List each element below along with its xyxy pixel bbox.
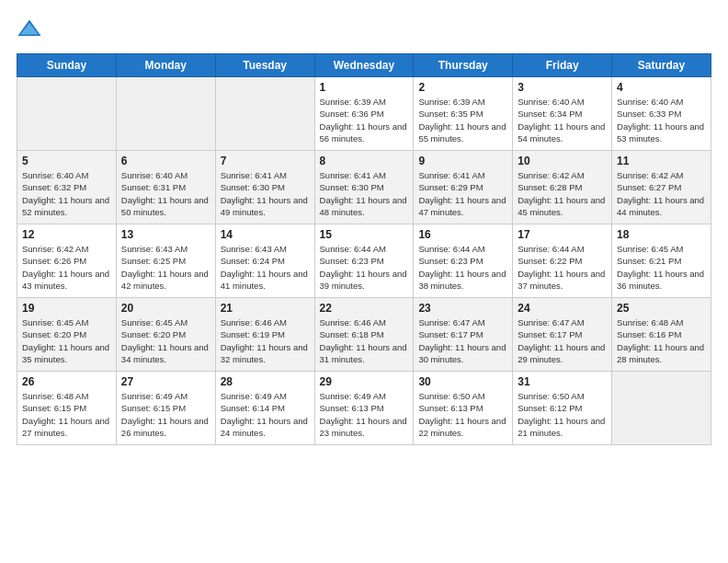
- week-row-3: 12Sunrise: 6:42 AM Sunset: 6:26 PM Dayli…: [17, 224, 711, 298]
- day-info: Sunrise: 6:45 AM Sunset: 6:20 PM Dayligh…: [22, 316, 111, 365]
- day-info: Sunrise: 6:49 AM Sunset: 6:15 PM Dayligh…: [121, 390, 210, 439]
- day-number: 24: [518, 302, 607, 315]
- day-info: Sunrise: 6:40 AM Sunset: 6:32 PM Dayligh…: [22, 169, 111, 218]
- day-info: Sunrise: 6:46 AM Sunset: 6:18 PM Dayligh…: [320, 316, 409, 365]
- day-header-saturday: Saturday: [612, 54, 711, 77]
- day-header-sunday: Sunday: [17, 54, 117, 77]
- calendar-cell: 18Sunrise: 6:45 AM Sunset: 6:21 PM Dayli…: [612, 224, 711, 298]
- day-header-friday: Friday: [513, 54, 612, 77]
- calendar-cell: 7Sunrise: 6:41 AM Sunset: 6:30 PM Daylig…: [215, 151, 314, 224]
- calendar-cell: 28Sunrise: 6:49 AM Sunset: 6:14 PM Dayli…: [215, 372, 314, 445]
- day-number: 27: [121, 375, 210, 388]
- calendar-cell: [116, 77, 215, 151]
- day-number: 30: [418, 375, 507, 388]
- calendar-cell: 14Sunrise: 6:43 AM Sunset: 6:24 PM Dayli…: [215, 224, 314, 298]
- day-number: 7: [221, 155, 310, 167]
- day-number: 19: [22, 302, 111, 315]
- week-row-2: 5Sunrise: 6:40 AM Sunset: 6:32 PM Daylig…: [17, 151, 711, 224]
- day-number: 25: [617, 302, 706, 315]
- day-info: Sunrise: 6:39 AM Sunset: 6:35 PM Dayligh…: [418, 96, 507, 144]
- calendar-cell: 31Sunrise: 6:50 AM Sunset: 6:12 PM Dayli…: [513, 372, 612, 445]
- calendar-cell: 6Sunrise: 6:40 AM Sunset: 6:31 PM Daylig…: [116, 151, 215, 224]
- calendar-cell: 30Sunrise: 6:50 AM Sunset: 6:13 PM Dayli…: [414, 372, 513, 445]
- logo-icon: [17, 17, 42, 42]
- day-number: 23: [418, 302, 507, 315]
- day-info: Sunrise: 6:50 AM Sunset: 6:13 PM Dayligh…: [418, 390, 507, 439]
- day-info: Sunrise: 6:49 AM Sunset: 6:14 PM Dayligh…: [221, 390, 310, 439]
- calendar-cell: 10Sunrise: 6:42 AM Sunset: 6:28 PM Dayli…: [513, 151, 612, 224]
- day-info: Sunrise: 6:45 AM Sunset: 6:21 PM Dayligh…: [617, 243, 706, 292]
- calendar-cell: 15Sunrise: 6:44 AM Sunset: 6:23 PM Dayli…: [314, 224, 414, 298]
- day-number: 26: [22, 375, 111, 388]
- calendar-cell: 26Sunrise: 6:48 AM Sunset: 6:15 PM Dayli…: [17, 372, 117, 445]
- day-info: Sunrise: 6:44 AM Sunset: 6:23 PM Dayligh…: [320, 243, 409, 292]
- day-number: 31: [518, 375, 607, 388]
- day-info: Sunrise: 6:41 AM Sunset: 6:30 PM Dayligh…: [221, 169, 310, 218]
- day-info: Sunrise: 6:40 AM Sunset: 6:34 PM Dayligh…: [518, 96, 607, 144]
- day-number: 15: [320, 228, 409, 241]
- calendar-cell: 17Sunrise: 6:44 AM Sunset: 6:22 PM Dayli…: [513, 224, 612, 298]
- day-info: Sunrise: 6:48 AM Sunset: 6:16 PM Dayligh…: [617, 316, 706, 365]
- day-header-wednesday: Wednesday: [314, 54, 414, 77]
- day-number: 1: [320, 81, 409, 94]
- day-info: Sunrise: 6:42 AM Sunset: 6:28 PM Dayligh…: [518, 169, 607, 218]
- calendar-cell: 16Sunrise: 6:44 AM Sunset: 6:23 PM Dayli…: [414, 224, 513, 298]
- day-info: Sunrise: 6:39 AM Sunset: 6:36 PM Dayligh…: [320, 96, 409, 144]
- logo: [17, 17, 46, 42]
- day-number: 21: [221, 302, 310, 315]
- day-number: 14: [221, 228, 310, 241]
- calendar-cell: 20Sunrise: 6:45 AM Sunset: 6:20 PM Dayli…: [116, 298, 215, 372]
- calendar-cell: 12Sunrise: 6:42 AM Sunset: 6:26 PM Dayli…: [17, 224, 117, 298]
- day-info: Sunrise: 6:42 AM Sunset: 6:27 PM Dayligh…: [617, 169, 706, 218]
- day-number: 11: [617, 155, 706, 167]
- day-info: Sunrise: 6:43 AM Sunset: 6:25 PM Dayligh…: [121, 243, 210, 292]
- day-info: Sunrise: 6:41 AM Sunset: 6:30 PM Dayligh…: [320, 169, 409, 218]
- day-header-monday: Monday: [116, 54, 215, 77]
- day-info: Sunrise: 6:47 AM Sunset: 6:17 PM Dayligh…: [418, 316, 507, 365]
- calendar-cell: 2Sunrise: 6:39 AM Sunset: 6:35 PM Daylig…: [414, 77, 513, 151]
- day-number: 10: [518, 155, 607, 167]
- day-number: 29: [320, 375, 409, 388]
- day-number: 18: [617, 228, 706, 241]
- calendar-cell: 3Sunrise: 6:40 AM Sunset: 6:34 PM Daylig…: [513, 77, 612, 151]
- day-info: Sunrise: 6:47 AM Sunset: 6:17 PM Dayligh…: [518, 316, 607, 365]
- day-number: 28: [221, 375, 310, 388]
- day-info: Sunrise: 6:40 AM Sunset: 6:33 PM Dayligh…: [617, 96, 706, 144]
- calendar-cell: 22Sunrise: 6:46 AM Sunset: 6:18 PM Dayli…: [314, 298, 414, 372]
- week-row-4: 19Sunrise: 6:45 AM Sunset: 6:20 PM Dayli…: [17, 298, 711, 372]
- day-number: 8: [320, 155, 409, 167]
- calendar-cell: 27Sunrise: 6:49 AM Sunset: 6:15 PM Dayli…: [116, 372, 215, 445]
- calendar-cell: 11Sunrise: 6:42 AM Sunset: 6:27 PM Dayli…: [612, 151, 711, 224]
- day-info: Sunrise: 6:48 AM Sunset: 6:15 PM Dayligh…: [22, 390, 111, 439]
- day-header-tuesday: Tuesday: [215, 54, 314, 77]
- day-info: Sunrise: 6:45 AM Sunset: 6:20 PM Dayligh…: [121, 316, 210, 365]
- day-number: 13: [121, 228, 210, 241]
- day-info: Sunrise: 6:49 AM Sunset: 6:13 PM Dayligh…: [320, 390, 409, 439]
- calendar-cell: 21Sunrise: 6:46 AM Sunset: 6:19 PM Dayli…: [215, 298, 314, 372]
- calendar-cell: [17, 77, 117, 151]
- day-number: 17: [518, 228, 607, 241]
- day-info: Sunrise: 6:41 AM Sunset: 6:29 PM Dayligh…: [418, 169, 507, 218]
- day-info: Sunrise: 6:42 AM Sunset: 6:26 PM Dayligh…: [22, 243, 111, 292]
- calendar-cell: 4Sunrise: 6:40 AM Sunset: 6:33 PM Daylig…: [612, 77, 711, 151]
- calendar-cell: 1Sunrise: 6:39 AM Sunset: 6:36 PM Daylig…: [314, 77, 414, 151]
- day-number: 16: [418, 228, 507, 241]
- calendar-cell: 29Sunrise: 6:49 AM Sunset: 6:13 PM Dayli…: [314, 372, 414, 445]
- day-info: Sunrise: 6:44 AM Sunset: 6:22 PM Dayligh…: [518, 243, 607, 292]
- calendar-cell: [215, 77, 314, 151]
- day-number: 2: [418, 81, 507, 94]
- day-info: Sunrise: 6:44 AM Sunset: 6:23 PM Dayligh…: [418, 243, 507, 292]
- day-info: Sunrise: 6:46 AM Sunset: 6:19 PM Dayligh…: [221, 316, 310, 365]
- day-number: 3: [518, 81, 607, 94]
- day-number: 9: [418, 155, 507, 167]
- week-row-5: 26Sunrise: 6:48 AM Sunset: 6:15 PM Dayli…: [17, 372, 711, 445]
- calendar-cell: 23Sunrise: 6:47 AM Sunset: 6:17 PM Dayli…: [414, 298, 513, 372]
- calendar-cell: 13Sunrise: 6:43 AM Sunset: 6:25 PM Dayli…: [116, 224, 215, 298]
- day-number: 4: [617, 81, 706, 94]
- page: SundayMondayTuesdayWednesdayThursdayFrid…: [0, 0, 728, 563]
- calendar-cell: 25Sunrise: 6:48 AM Sunset: 6:16 PM Dayli…: [612, 298, 711, 372]
- day-info: Sunrise: 6:50 AM Sunset: 6:12 PM Dayligh…: [518, 390, 607, 439]
- day-header-thursday: Thursday: [414, 54, 513, 77]
- day-number: 12: [22, 228, 111, 241]
- calendar-cell: 19Sunrise: 6:45 AM Sunset: 6:20 PM Dayli…: [17, 298, 117, 372]
